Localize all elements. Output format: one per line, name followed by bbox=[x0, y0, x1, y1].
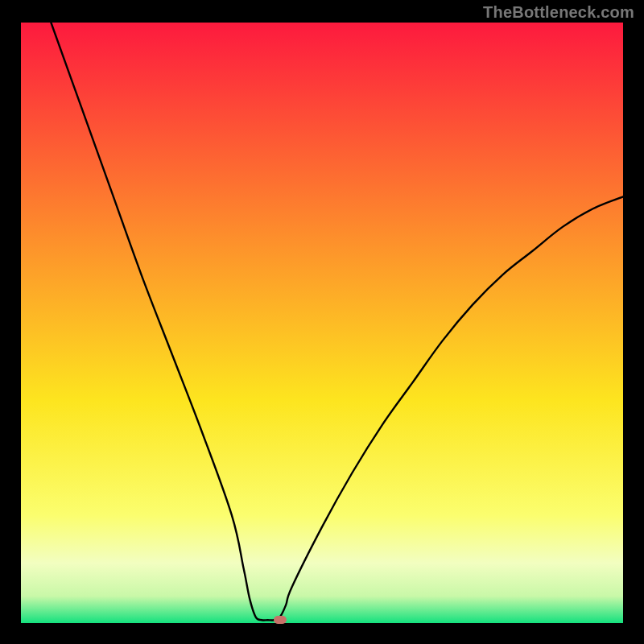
optimal-point-marker bbox=[274, 616, 287, 624]
chart-frame: TheBottleneck.com bbox=[0, 0, 644, 644]
plot-area bbox=[21, 23, 623, 623]
watermark-text: TheBottleneck.com bbox=[483, 3, 634, 22]
plot-svg bbox=[21, 23, 623, 623]
gradient-background bbox=[21, 23, 623, 623]
